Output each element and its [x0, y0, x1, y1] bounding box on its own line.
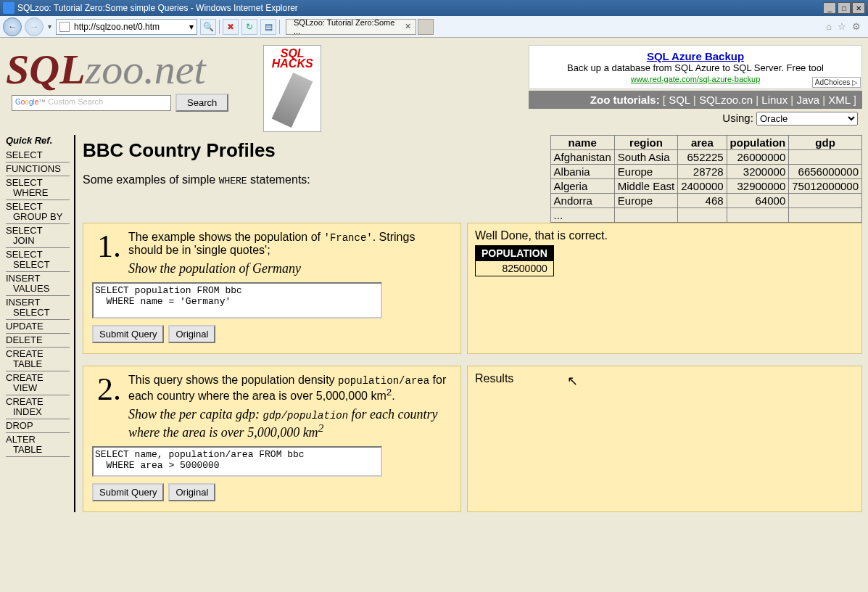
result-table: POPULATION 82500000: [475, 245, 554, 276]
sidebar-item[interactable]: SELECTJOIN: [6, 224, 70, 248]
nav-dropdown-icon[interactable]: ▾: [48, 22, 51, 30]
sidebar-item[interactable]: SELECTSELECT: [6, 248, 70, 272]
tab-title: SQLzoo: Tutorial Zero:Some ...: [294, 18, 399, 36]
sidebar-item[interactable]: FUNCTIONS: [6, 163, 70, 176]
ad-text: Back up a database from SQL Azure to SQL…: [567, 62, 824, 73]
exercise-number: 2.: [92, 374, 121, 440]
sidebar-item[interactable]: INSERTSELECT: [6, 296, 70, 320]
back-button[interactable]: ←: [3, 17, 22, 36]
browser-tab[interactable]: SQLzoo: Tutorial Zero:Some ... ✕: [286, 19, 416, 35]
sidebar-item[interactable]: CREATEVIEW: [6, 371, 70, 395]
original-button-1[interactable]: Original: [168, 325, 215, 343]
google-search-input[interactable]: Google™ Custom Search: [12, 95, 171, 111]
ie-icon: [3, 2, 15, 14]
exercise-task: Show the per capita gdp: gdp/population …: [128, 407, 452, 440]
adchoices-badge[interactable]: AdChoices ▷: [812, 77, 861, 88]
table-row: AlbaniaEurope2872832000006656000000: [550, 165, 861, 179]
sidebar-item[interactable]: SELECTGROUP BY: [6, 200, 70, 224]
result-panel-1: Well Done, that is correct. POPULATION 8…: [467, 223, 862, 354]
engine-select[interactable]: Oracle: [756, 112, 858, 126]
search-button-ie[interactable]: 🔍: [200, 19, 216, 35]
new-tab-button[interactable]: [418, 19, 434, 35]
sql-input-1[interactable]: SELECT population FROM bbc WHERE name = …: [92, 282, 382, 318]
browser-toolbar: ← → ▾ ▾ 🔍 ✖ ↻ ▤ SQLzoo: Tutorial Zero:So…: [0, 16, 868, 38]
minimize-button[interactable]: _: [823, 2, 836, 14]
sidebar-heading: Quick Ref.: [6, 135, 70, 146]
using-label: Using:: [722, 112, 753, 124]
nav-link-xml[interactable]: XML: [828, 94, 850, 106]
table-header: region: [614, 136, 677, 150]
quick-ref-sidebar: Quick Ref. SELECTFUNCTIONSSELECTWHERESEL…: [6, 135, 75, 512]
exercise-number: 1.: [92, 231, 121, 276]
sample-data-table: nameregionareapopulationgdp AfghanistanS…: [550, 135, 862, 223]
tutorials-nav: Zoo tutorials: [ SQL | SQLzoo.cn | Linux…: [529, 91, 862, 109]
search-button[interactable]: Search: [175, 94, 228, 112]
original-button-2[interactable]: Original: [168, 483, 215, 501]
result-panel-2: Results: [467, 366, 862, 512]
address-bar[interactable]: ▾: [56, 19, 197, 35]
sidebar-item[interactable]: CREATETABLE: [6, 348, 70, 371]
result-message: Well Done, that is correct.: [475, 229, 854, 242]
url-dropdown-icon[interactable]: ▾: [189, 22, 194, 32]
table-header: gdp: [789, 136, 862, 150]
window-title: SQLzoo: Tutorial Zero:Some simple Querie…: [17, 3, 823, 13]
sidebar-item[interactable]: INSERTVALUES: [6, 272, 70, 296]
table-row: AndorraEurope46864000: [550, 194, 861, 208]
results-label: Results: [475, 372, 854, 385]
page-icon: [59, 22, 70, 32]
tools-icon[interactable]: ⚙: [852, 21, 861, 32]
sidebar-item[interactable]: UPDATE: [6, 320, 70, 334]
ad-url[interactable]: www.red-gate.com/sql-azure-backup: [631, 75, 761, 83]
submit-query-button-1[interactable]: Submit Query: [92, 325, 164, 343]
nav-link-linux[interactable]: Linux: [761, 94, 788, 106]
sidebar-item[interactable]: ALTERTABLE: [6, 433, 70, 457]
site-logo: SQLzoo.net: [6, 45, 234, 94]
nav-link-sqlzoocn[interactable]: SQLzoo.cn: [699, 94, 753, 106]
exercise-2-panel: 2. This query shows the population densi…: [83, 366, 461, 512]
sidebar-item[interactable]: CREATEINDEX: [6, 395, 70, 419]
sidebar-item[interactable]: DROP: [6, 419, 70, 433]
table-header: area: [678, 136, 727, 150]
home-icon[interactable]: ⌂: [826, 21, 832, 32]
table-row: AlgeriaMiddle East2400000329000007501200…: [550, 179, 861, 194]
forward-button[interactable]: →: [25, 17, 44, 36]
close-window-button[interactable]: ✕: [852, 2, 865, 14]
favorites-icon[interactable]: ☆: [838, 21, 846, 32]
exercise-description: This query shows the population density …: [128, 374, 452, 440]
refresh-button[interactable]: ↻: [241, 19, 257, 35]
table-header: population: [727, 136, 789, 150]
exercise-1-panel: 1. The example shows the population of '…: [83, 223, 461, 354]
exercise-task: Show the population of Germany: [128, 261, 452, 276]
ad-title-link[interactable]: SQL Azure Backup: [647, 50, 744, 62]
advertisement[interactable]: SQL Azure Backup Back up a database from…: [529, 45, 862, 89]
compat-button[interactable]: ▤: [260, 19, 276, 35]
nav-link-sql[interactable]: SQL: [669, 94, 690, 106]
stop-button[interactable]: ✖: [223, 19, 239, 35]
book-ad[interactable]: SQLHACKS: [263, 45, 321, 132]
tab-close-icon[interactable]: ✕: [405, 22, 411, 31]
table-row: AfghanistanSouth Asia65222526000000: [550, 150, 861, 165]
nav-link-java[interactable]: Java: [796, 94, 819, 106]
sidebar-item[interactable]: SELECT: [6, 149, 70, 163]
sql-input-2[interactable]: SELECT name, population/area FROM bbc WH…: [92, 446, 382, 477]
window-titlebar: SQLzoo: Tutorial Zero:Some simple Querie…: [0, 0, 868, 16]
url-input[interactable]: [73, 21, 189, 33]
maximize-button[interactable]: □: [838, 2, 851, 14]
table-header: name: [550, 136, 614, 150]
submit-query-button-2[interactable]: Submit Query: [92, 483, 164, 501]
sidebar-item[interactable]: DELETE: [6, 334, 70, 348]
exercise-description: The example shows the population of 'Fra…: [128, 231, 452, 276]
table-row: ...: [550, 208, 861, 223]
sidebar-item[interactable]: SELECTWHERE: [6, 176, 70, 200]
